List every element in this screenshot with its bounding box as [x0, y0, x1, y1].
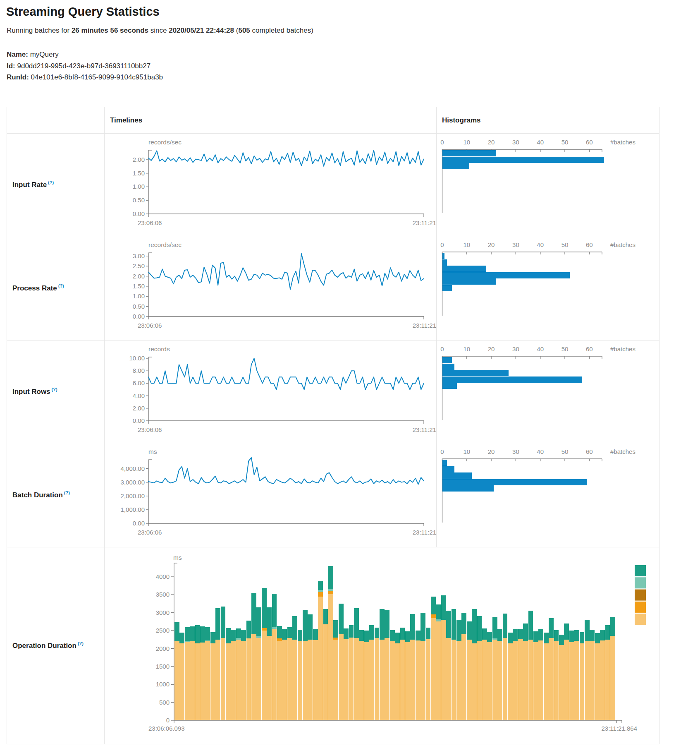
batch-duration-timeline-cell: ms4,000.003,000.002,000.001,000.000.0023…: [105, 443, 437, 547]
operation-duration-chart-cell: ms4000350030002500200015001000500023:06:…: [105, 547, 659, 744]
legend-swatch-3: [635, 602, 646, 613]
svg-text:60: 60: [586, 345, 593, 353]
svg-text:20: 20: [488, 345, 495, 353]
page-title: Streaming Query Statistics: [6, 5, 160, 19]
start-timestamp: 2020/05/21 22:44:28: [169, 26, 234, 34]
svg-text:0: 0: [440, 139, 444, 146]
svg-text:60: 60: [586, 241, 593, 248]
svg-text:10: 10: [463, 448, 470, 455]
input-rows-timeline-cell: records10.008.006.004.002.000.0023:06:06…: [105, 341, 437, 443]
svg-text:1,000.00: 1,000.00: [121, 506, 145, 513]
legend-swatch-4: [635, 614, 646, 625]
svg-text:23:06:06: 23:06:06: [138, 426, 162, 433]
svg-text:1000: 1000: [156, 681, 170, 688]
svg-text:0.50: 0.50: [133, 197, 145, 204]
svg-text:10: 10: [463, 345, 470, 353]
summary-prefix: Running batches for: [7, 26, 72, 34]
legend-swatch-1: [635, 577, 646, 588]
svg-text:23:11:21: 23:11:21: [413, 219, 436, 226]
legend-swatch-2: [635, 590, 646, 601]
id-label: Id:: [7, 62, 15, 70]
svg-text:20: 20: [488, 241, 495, 248]
svg-text:#batches: #batches: [610, 345, 635, 353]
svg-text:#batches: #batches: [610, 448, 635, 455]
query-metadata: Name: myQuery Id: 9d0dd219-995d-423e-b97…: [7, 49, 163, 83]
svg-text:50: 50: [561, 241, 569, 248]
batch-duration-help-icon[interactable]: (?): [64, 490, 70, 495]
svg-text:60: 60: [586, 139, 593, 146]
svg-text:1.50: 1.50: [133, 170, 145, 177]
svg-text:23:11:21.864: 23:11:21.864: [602, 725, 637, 732]
svg-text:3,000.00: 3,000.00: [121, 479, 145, 486]
svg-text:3500: 3500: [156, 591, 170, 598]
svg-text:8.00: 8.00: [133, 367, 145, 374]
query-name-line: Name: myQuery: [7, 49, 163, 60]
input-rows-histogram-chart: 0102030405060#batches: [437, 341, 658, 442]
svg-text:1.00: 1.00: [133, 183, 145, 190]
running-duration: 26 minutes 56 seconds: [72, 26, 148, 34]
row-label-input-rows: Input Rows(?): [7, 341, 105, 443]
svg-text:1.00: 1.00: [133, 293, 145, 300]
svg-text:0: 0: [440, 345, 444, 353]
svg-text:50: 50: [561, 345, 569, 353]
svg-text:0.50: 0.50: [133, 303, 145, 310]
completed-batch-count: 505: [238, 26, 250, 34]
svg-text:30: 30: [512, 448, 519, 455]
process-rate-histogram-cell: 0102030405060#batches: [437, 236, 659, 341]
input-rate-histogram-chart: 0102030405060#batches: [437, 134, 658, 235]
batch-duration-timeline-chart: ms4,000.003,000.002,000.001,000.000.0023…: [105, 443, 436, 547]
query-runid-line: RunId: 04e101e6-8bf8-4165-9099-9104c951b…: [7, 72, 163, 83]
svg-text:records/sec: records/sec: [148, 139, 182, 146]
svg-text:#batches: #batches: [610, 139, 635, 146]
svg-text:40: 40: [537, 345, 544, 353]
svg-text:500: 500: [159, 699, 170, 706]
svg-text:records: records: [148, 345, 170, 353]
runid-label: RunId:: [7, 73, 29, 81]
input-rate-help-icon[interactable]: (?): [48, 180, 54, 185]
svg-text:30: 30: [512, 241, 519, 248]
svg-text:#batches: #batches: [610, 241, 635, 248]
svg-text:60: 60: [586, 448, 593, 455]
header-timelines: Timelines: [105, 107, 437, 134]
svg-text:0.00: 0.00: [133, 313, 145, 320]
row-label-input-rate: Input Rate(?): [7, 134, 105, 236]
streaming-query-statistics-page: Streaming Query Statistics Running batch…: [0, 0, 700, 753]
svg-text:40: 40: [537, 448, 544, 455]
svg-text:23:11:21: 23:11:21: [413, 529, 436, 536]
svg-text:30: 30: [512, 139, 519, 146]
svg-text:2000: 2000: [156, 645, 170, 652]
operation-duration-stacked-chart: ms4000350030002500200015001000500023:06:…: [105, 547, 658, 743]
svg-text:2.00: 2.00: [133, 156, 145, 163]
svg-text:40: 40: [537, 241, 544, 248]
svg-text:0: 0: [440, 241, 444, 248]
input-rate-label: Input Rate: [12, 181, 47, 189]
svg-text:0.00: 0.00: [133, 520, 145, 527]
svg-text:2,000.00: 2,000.00: [121, 492, 145, 499]
runid-value: 04e101e6-8bf8-4165-9099-9104c951ba3b: [29, 73, 163, 81]
summary-paren: (: [234, 26, 238, 34]
process-rate-help-icon[interactable]: (?): [58, 283, 64, 288]
svg-text:6.00: 6.00: [133, 379, 145, 386]
input-rate-timeline-chart: records/sec2.001.501.000.500.0023:06:062…: [105, 134, 436, 235]
name-label: Name:: [7, 50, 28, 58]
svg-text:2500: 2500: [156, 627, 170, 634]
svg-text:30: 30: [512, 345, 519, 353]
input-rate-timeline-cell: records/sec2.001.501.000.500.0023:06:062…: [105, 134, 437, 236]
svg-text:0: 0: [440, 448, 444, 455]
row-label-operation-duration: Operation Duration(?): [7, 547, 105, 744]
svg-text:0.00: 0.00: [133, 417, 145, 424]
row-label-process-rate: Process Rate(?): [7, 236, 105, 341]
svg-text:20: 20: [488, 139, 495, 146]
svg-text:ms: ms: [148, 448, 157, 455]
input-rows-help-icon[interactable]: (?): [52, 387, 57, 392]
process-rate-histogram-chart: 0102030405060#batches: [437, 236, 658, 340]
svg-text:10: 10: [463, 139, 470, 146]
legend-swatch-0: [635, 565, 646, 576]
id-value: 9d0dd219-995d-423e-b97d-36931110bb27: [15, 62, 151, 70]
svg-text:20: 20: [488, 448, 495, 455]
operation-duration-help-icon[interactable]: (?): [78, 641, 84, 646]
svg-text:records/sec: records/sec: [148, 241, 182, 248]
batch-duration-label: Batch Duration: [12, 491, 63, 499]
statistics-table: Timelines Histograms Input Rate(?) recor…: [7, 107, 659, 744]
process-rate-label: Process Rate: [12, 284, 57, 293]
